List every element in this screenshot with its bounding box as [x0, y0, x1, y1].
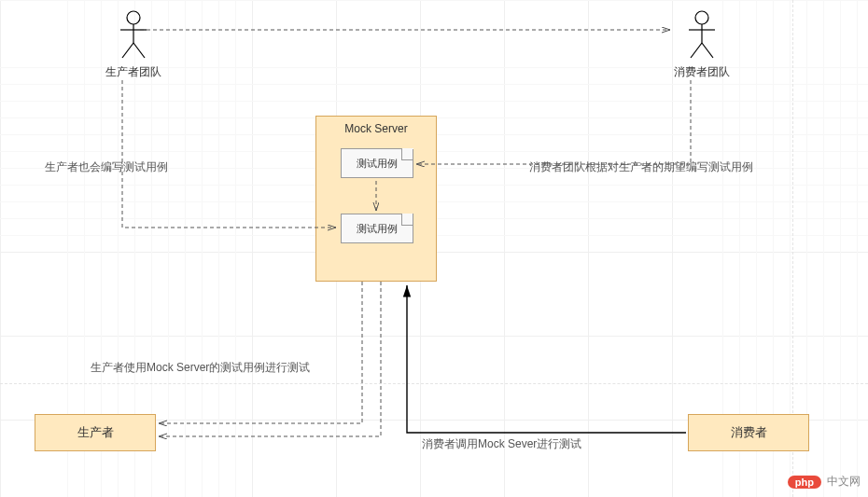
- edge-consumer-writes: [416, 80, 691, 164]
- svg-line-8: [691, 43, 702, 58]
- svg-line-4: [133, 43, 145, 58]
- consumer-label: 消费者: [731, 424, 767, 441]
- edge-consumer-calls: [407, 285, 686, 433]
- watermark: php 中文网: [788, 474, 861, 490]
- edge-label-consumer-calls: 消费者调用Mock Sever进行测试: [422, 436, 581, 452]
- horizontal-guide: [0, 383, 868, 384]
- test-case-2: 测试用例: [341, 214, 413, 243]
- actor-producer-team-label: 生产者团队: [105, 64, 161, 80]
- actor-icon: [685, 9, 719, 61]
- edge-mock-to-producer-1: [159, 282, 362, 423]
- edge-producer-writes: [122, 80, 336, 228]
- consumer-box: 消费者: [688, 414, 809, 451]
- mock-server-title: Mock Server: [316, 122, 436, 135]
- edge-mock-to-producer-2: [159, 282, 381, 436]
- edge-label-producer-writes: 生产者也会编写测试用例: [45, 159, 168, 175]
- watermark-text: 中文网: [827, 474, 861, 490]
- watermark-badge: php: [788, 476, 821, 489]
- producer-box: 生产者: [35, 414, 156, 451]
- actor-icon: [117, 9, 150, 61]
- edge-label-producer-tests: 生产者使用Mock Server的测试用例进行测试: [91, 360, 310, 376]
- svg-line-3: [122, 43, 133, 58]
- test-case-1: 测试用例: [341, 148, 413, 178]
- producer-label: 生产者: [77, 424, 114, 441]
- actor-consumer-team-label: 消费者团队: [674, 64, 730, 80]
- svg-line-9: [702, 43, 713, 58]
- test-case-2-label: 测试用例: [357, 222, 398, 236]
- svg-point-0: [127, 11, 140, 24]
- actor-consumer-team: 消费者团队: [674, 9, 730, 80]
- edge-label-consumer-writes: 消费者团队根据对生产者的期望编写测试用例: [529, 159, 753, 175]
- mock-server-box: Mock Server 测试用例 测试用例: [315, 116, 437, 282]
- actor-producer-team: 生产者团队: [105, 9, 161, 80]
- test-case-1-label: 测试用例: [357, 157, 398, 171]
- svg-point-5: [695, 11, 708, 24]
